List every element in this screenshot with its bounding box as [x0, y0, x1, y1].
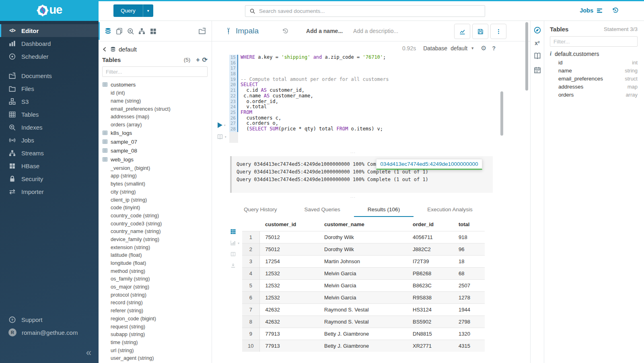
column-item[interactable]: time (string) [102, 338, 208, 346]
column-item[interactable]: method (string) [102, 267, 208, 275]
tab-query-history[interactable]: Query History [230, 203, 291, 217]
sidebar-item-hbase[interactable]: HBase [0, 159, 99, 172]
presentation-caret-icon[interactable]: ▾ [224, 135, 226, 139]
right-column-email_preferences[interactable]: email_preferencesstruct [550, 74, 638, 82]
settings-gear-icon[interactable]: ⚙ [481, 44, 486, 52]
snippet-history-icon[interactable] [282, 28, 289, 35]
add-table-button[interactable]: + [196, 57, 200, 63]
column-item[interactable]: request (string) [102, 322, 208, 330]
column-item[interactable]: name (string) [102, 97, 208, 105]
sidebar-item-documents[interactable]: Documents [0, 69, 99, 82]
results-resize-handle[interactable]: ··· [212, 196, 494, 200]
column-item[interactable]: record (string) [102, 299, 208, 307]
sidebar-item-dashboard[interactable]: Dashboard [0, 37, 99, 50]
column-item[interactable]: referer (string) [102, 307, 208, 315]
language-reference-icon[interactable] [533, 52, 541, 60]
more-button[interactable] [490, 24, 506, 39]
results-header-total[interactable]: total [453, 219, 485, 231]
sidebar-item-user[interactable]: Rromain@gethue.com [0, 326, 99, 339]
zoom-in-icon[interactable] [127, 27, 134, 35]
new-query-button[interactable]: Query [113, 4, 143, 17]
database-caret-icon[interactable]: ▼ [471, 46, 474, 50]
sidebar-item-editor[interactable]: </>Editor [0, 24, 99, 37]
column-item[interactable]: bytes (smallint) [102, 180, 208, 188]
column-item[interactable]: extension (string) [102, 243, 208, 251]
column-item[interactable]: device_family (string) [102, 235, 208, 243]
sidebar-collapse-button[interactable]: « [86, 348, 91, 357]
query-id-popover[interactable]: 034d413ec7474ed5:4249de1000000000 [376, 159, 482, 170]
tab-results-106-[interactable]: Results (106) [354, 203, 414, 217]
table-item-sample_08[interactable]: sample_08 [102, 146, 208, 155]
sidebar-item-files[interactable]: Files [0, 82, 99, 95]
table-item-sample_07[interactable]: sample_07 [102, 137, 208, 146]
sidebar-item-indexes[interactable]: Indexes [0, 121, 99, 134]
engine-selector[interactable]: Impala [224, 27, 259, 35]
table-item-web_logs[interactable]: web_logs [102, 155, 208, 164]
search-input[interactable] [259, 8, 481, 14]
run-options-caret-icon[interactable]: ▾ [224, 123, 226, 127]
tables-filter-input[interactable] [102, 66, 208, 77]
sql-code-editor[interactable]: 15WHERE a.key = 'shipping' and a.zip_cod… [212, 55, 514, 156]
sidebar-item-streams[interactable]: Streams [0, 146, 99, 159]
table-item-k8s_logs[interactable]: k8s_logs [102, 128, 208, 137]
column-item[interactable]: country_code (string) [102, 212, 208, 220]
results-header-customer_name[interactable]: customer_name [319, 219, 407, 231]
sitemap-icon[interactable] [138, 27, 146, 35]
results-header-customer_id[interactable]: customer_id [259, 219, 319, 231]
column-item[interactable]: url (string) [102, 346, 208, 354]
column-item[interactable]: protocol (string) [102, 291, 208, 299]
query-name-field[interactable]: Add a name... [306, 28, 343, 34]
save-button[interactable] [472, 24, 488, 39]
right-column-addresses[interactable]: addressesmap [550, 83, 638, 91]
right-column-id[interactable]: idint [550, 58, 638, 66]
column-item[interactable]: app (string) [102, 172, 208, 180]
database-icon[interactable] [104, 27, 112, 35]
global-search[interactable] [245, 5, 485, 17]
info-icon[interactable]: i [550, 51, 551, 57]
query-description-field[interactable]: Add a descriptio... [353, 28, 398, 34]
tab-execution-analysis[interactable]: Execution Analysis [414, 203, 486, 217]
right-column-orders[interactable]: ordersarray [550, 91, 638, 99]
grid-icon[interactable] [230, 229, 236, 235]
column-item[interactable]: os_family (string) [102, 275, 208, 283]
presentation-mode-button[interactable]: ▾ [217, 134, 226, 140]
column-item[interactable]: orders (array) [102, 121, 208, 129]
column-item[interactable]: os_major (string) [102, 283, 208, 291]
tab-saved-queries[interactable]: Saved Queries [291, 203, 354, 217]
column-item[interactable]: country_code3 (string) [102, 219, 208, 227]
assistant-icon[interactable] [533, 26, 541, 34]
right-filter-input[interactable] [550, 36, 638, 47]
database-select[interactable]: default [451, 45, 467, 52]
results-header-order_id[interactable]: order_id [407, 219, 453, 231]
jobs-link[interactable]: Jobs [580, 7, 603, 14]
back-chevron-icon[interactable] [102, 47, 107, 52]
column-item[interactable]: user_agent (string) [102, 354, 208, 362]
hue-logo[interactable]: ue [0, 0, 99, 21]
query-history-icon[interactable] [612, 7, 619, 14]
database-name[interactable]: default [119, 46, 137, 53]
download-icon[interactable] [230, 262, 236, 268]
help-icon[interactable]: ? [492, 45, 496, 52]
sidebar-item-support[interactable]: ?Support [0, 313, 99, 326]
apps-icon[interactable] [149, 27, 157, 35]
column-item[interactable]: addresses (map) [102, 113, 208, 121]
chart-icon[interactable]: ▾ [230, 240, 236, 246]
column-item[interactable]: id (int) [102, 89, 208, 97]
column-item[interactable]: _version_ (bigint) [102, 164, 208, 172]
column-item[interactable]: longitude (float) [102, 259, 208, 267]
column-item[interactable]: country_name (string) [102, 227, 208, 235]
right-column-name[interactable]: namestring [550, 66, 638, 74]
main-scrollbar[interactable] [525, 22, 528, 91]
shared-folder-icon[interactable] [198, 27, 206, 35]
column-item[interactable]: city (string) [102, 188, 208, 196]
column-item[interactable]: code (tinyint) [102, 204, 208, 212]
sidebar-item-s3[interactable]: S3 [0, 95, 99, 108]
column-item[interactable]: client_ip (string) [102, 196, 208, 204]
sidebar-item-jobs[interactable]: Jobs [0, 134, 99, 146]
new-query-split-button[interactable]: Query ▾ [113, 4, 153, 17]
query-dropdown-caret-icon[interactable]: ▾ [143, 4, 153, 17]
sidebar-item-scheduler[interactable]: Scheduler [0, 50, 99, 63]
active-table-row[interactable]: i default.customers [550, 51, 638, 57]
sidebar-item-importer[interactable]: Importer [0, 185, 99, 198]
chart-button[interactable] [454, 24, 470, 39]
